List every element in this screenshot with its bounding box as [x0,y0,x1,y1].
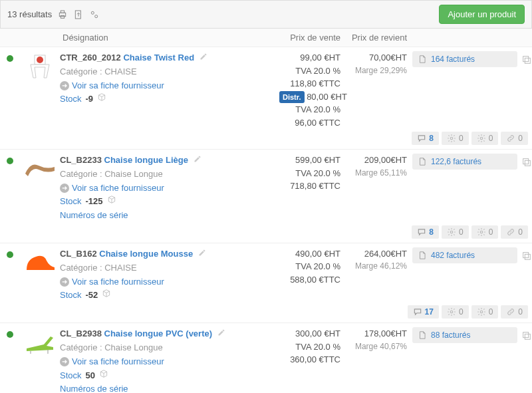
product-sku: CL_B162 [60,249,97,259]
svg-point-15 [480,231,483,233]
supplier-link[interactable]: Voir sa fiche fournisseur [72,275,164,289]
product-footer: 8 0 0 0 [0,223,532,243]
svg-point-4 [92,11,94,14]
chain-pill[interactable]: 0 [501,305,528,319]
status-dot [7,55,13,62]
export-icon[interactable] [73,9,84,20]
chain-pill[interactable]: 0 [501,132,528,145]
pencil-icon[interactable] [194,155,201,165]
invoiced-button[interactable]: 164 facturés [412,51,517,67]
add-product-button[interactable]: Ajouter un produit [439,5,525,24]
gear-pill-2[interactable]: 0 [471,305,499,319]
cost-price-ht: 264,00€HT [346,247,407,261]
settings-icon[interactable] [89,9,100,20]
product-footer: 8 0 0 0 [0,129,532,149]
stock-link[interactable]: Stock [60,289,82,303]
category-label: Catégorie : [60,342,102,352]
stock-value: -9 [86,92,94,106]
pencil-icon[interactable] [217,328,225,338]
cost-price-ht: 209,00€HT [346,154,407,167]
gear-pill-2[interactable]: 0 [471,225,499,239]
supplier-link[interactable]: Voir sa fiche fournisseur [72,182,164,196]
copy-icon[interactable] [521,157,532,170]
product-thumbnail[interactable] [20,247,60,303]
comments-pill[interactable]: 17 [408,305,439,319]
copy-icon[interactable] [521,330,532,343]
sale-price-ttc: 718,80 €TTC [279,180,340,193]
svg-point-19 [480,311,483,313]
svg-point-5 [95,15,98,17]
product-name-link[interactable]: Chaise longue Mousse [99,249,193,259]
stock-link[interactable]: Stock [60,369,82,383]
product-thumbnail[interactable] [20,154,60,223]
distr-tag: Distr. [279,91,305,104]
svg-point-11 [480,137,483,140]
product-footer: 17 0 0 0 [0,303,532,323]
chain-pill[interactable]: 0 [501,225,528,239]
svg-rect-3 [76,11,81,19]
arrow-circle-icon: ➜ [60,184,69,193]
pencil-icon[interactable] [198,249,206,259]
sale-tva: TVA 20.0 % [279,340,340,354]
copy-icon[interactable] [521,251,532,263]
product-name-link[interactable]: Chaise longue PVC (verte) [104,328,213,338]
product-thumbnail[interactable] [20,327,60,393]
category-label: Catégorie : [60,263,102,273]
stock-link[interactable]: Stock [60,92,82,106]
svg-rect-0 [60,13,66,16]
comments-pill[interactable]: 8 [412,132,439,145]
margin-value: Marge 65,11% [346,167,407,179]
serial-numbers-link[interactable]: Numéros de série [60,210,128,220]
box-icon [97,92,106,106]
svg-rect-22 [525,334,530,340]
product-thumbnail[interactable] [20,51,60,129]
svg-rect-1 [61,11,65,13]
sale-price-ttc: 588,00 €TTC [279,273,340,287]
product-row: CL_B162 Chaise longue Mousse Catégorie :… [0,243,532,323]
product-name-link[interactable]: Chaise longue Liège [104,155,188,165]
product-list: CTR_260_2012 Chaise Twist Red Catégorie … [0,47,532,393]
svg-point-18 [450,311,453,313]
status-dot [7,158,13,164]
svg-rect-12 [525,160,530,166]
sale-tva: TVA 20.0 % [279,167,340,180]
arrow-circle-icon: ➜ [60,81,69,90]
invoiced-button[interactable]: 88 facturés [412,327,517,343]
svg-rect-9 [523,57,529,62]
print-icon[interactable] [57,9,68,20]
status-dot [7,331,13,338]
distr-price-ttc: 96,00 €TTC [279,116,340,130]
pencil-icon[interactable] [200,53,207,63]
svg-point-14 [450,231,453,233]
stock-link[interactable]: Stock [60,195,82,209]
svg-rect-13 [523,159,529,164]
sale-price-ht: 99,00 €HT [279,51,340,65]
comments-pill[interactable]: 8 [412,225,439,239]
gear-pill-1[interactable]: 0 [442,225,469,239]
cost-price-ht: 70,00€HT [346,51,407,65]
svg-rect-16 [525,254,530,259]
gear-pill-1[interactable]: 0 [442,132,469,145]
gear-pill-2[interactable]: 0 [471,132,499,145]
svg-point-7 [37,57,43,63]
svg-rect-2 [61,15,65,18]
sale-price-ht: 490,00 €HT [279,247,340,261]
category-value: Chaise Longue [104,169,162,179]
gear-pill-1[interactable]: 0 [442,305,469,319]
copy-icon[interactable] [521,55,532,67]
category-label: Catégorie : [60,66,102,76]
header-sale-price: Prix de vente [279,33,346,43]
margin-value: Marge 40,67% [346,340,407,352]
serial-numbers-link[interactable]: Numéros de série [60,384,128,393]
sale-price-ttc: 118,80 €TTC [279,77,340,90]
topbar: 13 résultats Ajouter un produit [0,0,532,29]
sale-tva: TVA 20.0 % [279,65,340,78]
supplier-link[interactable]: Voir sa fiche fournisseur [72,79,164,93]
invoiced-button[interactable]: 122,6 facturés [412,154,517,170]
table-header: Désignation Prix de vente Prix de revien… [0,29,532,47]
product-name-link[interactable]: Chaise Twist Red [123,53,194,63]
supplier-link[interactable]: Voir sa fiche fournisseur [72,355,164,369]
invoiced-button[interactable]: 482 facturés [412,247,517,263]
category-value: CHAISE [104,66,136,76]
header-cost-price: Prix de revient [346,33,412,43]
